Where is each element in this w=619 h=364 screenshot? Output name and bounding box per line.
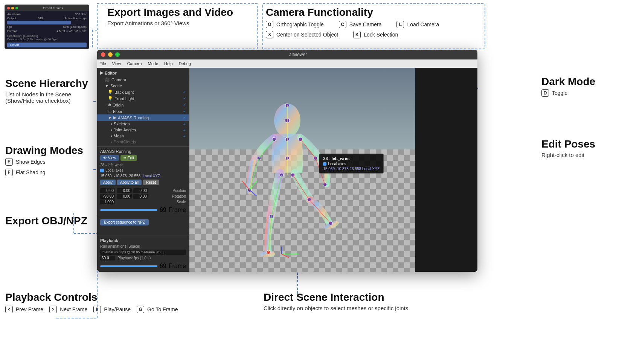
origin-label: Origin xyxy=(113,103,123,107)
position-row: 0.00 0.00 0.00 Position xyxy=(100,188,186,193)
playback-next: > Next Frame xyxy=(49,306,87,313)
tab-view[interactable]: 👁 View xyxy=(100,155,119,161)
playback-fps-value[interactable]: 60.0 xyxy=(100,256,115,260)
tree-amass[interactable]: ▼ ▶ AMASS Running ✓ xyxy=(97,114,189,121)
dark-mode-title: Dark Mode xyxy=(541,76,613,88)
tree-origin[interactable]: ⊕ Origin ✓ xyxy=(97,102,189,108)
menu-file[interactable]: File xyxy=(99,61,106,66)
coords-row: 15.059 -10.878 26.558 Local XYZ xyxy=(100,174,186,178)
app-window: altviewer File View Camera Mode Help Deb… xyxy=(97,50,477,272)
editor-header: ▶ Editor xyxy=(97,69,189,76)
scene-item[interactable]: ▼ Scene xyxy=(97,83,189,89)
pos-x: 0.00 xyxy=(100,188,115,193)
fps-bar: Internal 46.0 fps @ 20.85 ms/frame [28..… xyxy=(100,250,186,255)
scene-tree-label: Scene xyxy=(110,84,122,88)
edit-poses-subtitle: Right-click to edit xyxy=(541,152,613,158)
editor-label: Editor xyxy=(105,71,117,75)
menu-mode[interactable]: Mode xyxy=(148,61,159,66)
key-e: E xyxy=(5,158,13,166)
tab-edit[interactable]: ✏ Edit xyxy=(120,155,137,161)
playback-prev: < Prev Frame xyxy=(5,306,43,313)
camera-ortho-label: Orthographic Toggle xyxy=(276,21,324,27)
floor-label: Floor xyxy=(113,109,122,114)
close-button[interactable] xyxy=(101,52,105,57)
menu-help[interactable]: Help xyxy=(164,61,173,66)
drawing-flat-label: Flat Shading xyxy=(16,169,46,175)
camera-item-lock: K Lock Selection xyxy=(353,31,398,38)
tab-view-label: View xyxy=(108,156,116,160)
playback-play-label: Play/Pause xyxy=(104,306,131,312)
app-content: ▶ Editor 🎥 Camera ▼ Scene 💡 xyxy=(97,68,477,272)
scene-hierarchy-detail: (Show/Hide via checkbox) xyxy=(5,97,88,104)
key-x: X xyxy=(266,31,273,38)
key-play: ⏸ xyxy=(93,306,101,313)
playback-frame-slider[interactable] xyxy=(100,265,157,267)
tree-floor[interactable]: ▭ Floor ✓ xyxy=(97,108,189,114)
playback-section: Playback Controls < Prev Frame > Next Fr… xyxy=(5,292,178,315)
action-buttons: Apply Apply to all Reset xyxy=(100,180,186,185)
camera-item[interactable]: 🎥 Camera xyxy=(97,76,189,83)
camera-lock-label: Lock Selection xyxy=(364,32,398,38)
node-tabs: 👁 View ✏ Edit xyxy=(100,155,186,161)
camera-functionality-section: Camera Functionality O Orthographic Togg… xyxy=(266,7,439,40)
node-title: AMASS Running xyxy=(100,149,186,154)
amass-label: AMASS Running xyxy=(118,116,149,120)
camera-item-save: C Save Camera xyxy=(339,21,382,28)
coord-x: 15.059 xyxy=(100,174,112,178)
apply-button[interactable]: Apply xyxy=(100,180,116,185)
tooltip-checkbox xyxy=(323,162,326,166)
apply-all-button[interactable]: Apply to all xyxy=(117,180,142,185)
direct-scene-subtitle: Click directly on objects to select mesh… xyxy=(264,305,408,311)
camera-load-label: Load Camera xyxy=(407,21,439,27)
tree-skeleton[interactable]: • Skeleton ✓ xyxy=(97,121,189,127)
left-panel: ▶ Editor 🎥 Camera ▼ Scene 💡 xyxy=(97,68,189,272)
tooltip-title: 28 - left_wrist xyxy=(323,156,380,161)
tree-frontlight[interactable]: 💡 Front Light ✓ xyxy=(97,95,189,102)
playback-frame-label: Frame xyxy=(169,263,186,270)
export-images-title: Export Images and Video xyxy=(107,7,233,18)
key-f: F xyxy=(5,169,13,176)
playback-panel: Playback Run animations [Space] Internal… xyxy=(97,236,189,272)
key-next: > xyxy=(49,306,57,313)
playback-goto: G Go To Frame xyxy=(137,306,178,313)
export-thumbnail: Export Frames Animation360 shot Output31… xyxy=(5,5,89,49)
key-d: D xyxy=(541,89,549,97)
viewport[interactable]: 28 - left_wrist Local axes 15.059 -10.87… xyxy=(189,68,415,272)
playback-next-label: Next Frame xyxy=(60,306,87,312)
direct-scene-title: Direct Scene Interaction xyxy=(264,292,408,303)
tree-backlight[interactable]: 💡 Back Light ✓ xyxy=(97,89,189,95)
rotation-label: Rotation xyxy=(172,194,186,198)
tree-joint-angles[interactable]: • Joint Angles ✓ xyxy=(97,127,189,133)
window-title: altviewer xyxy=(122,52,474,57)
menu-debug[interactable]: Debug xyxy=(179,61,191,66)
mesh-label: Mesh xyxy=(114,134,124,138)
thumb-export-btn[interactable]: Export xyxy=(7,43,87,47)
dark-mode-toggle-label: Toggle xyxy=(552,90,567,96)
edit-poses-title: Edit Poses xyxy=(541,139,613,150)
export-obj-section: Export OBJ/NPZ xyxy=(5,215,87,228)
drawing-modes-section: Drawing Modes E Show Edges F Flat Shadin… xyxy=(5,145,83,178)
camera-tree-label: Camera xyxy=(111,78,126,82)
backlight-label: Back Light xyxy=(114,90,134,94)
minimize-button[interactable] xyxy=(108,52,113,57)
menu-bar: File View Camera Mode Help Debug xyxy=(97,59,477,68)
menu-view[interactable]: View xyxy=(112,61,121,66)
frame-slider[interactable] xyxy=(100,209,157,211)
export-images-subtitle: Export Animations or 360° Views xyxy=(107,20,233,26)
coords-label: Local XYZ xyxy=(143,174,160,178)
frame-label: Frame xyxy=(169,207,186,213)
tree-mesh[interactable]: • Mesh ✓ xyxy=(97,133,189,139)
menu-camera[interactable]: Camera xyxy=(127,61,142,66)
drawing-edges-label: Show Edges xyxy=(16,159,46,165)
coord-z: 26.558 xyxy=(129,174,141,178)
reset-button[interactable]: Reset xyxy=(143,180,159,185)
export-npz-button[interactable]: Export sequence to NPZ xyxy=(100,219,149,225)
editor-section: ▶ Editor 🎥 Camera ▼ Scene 💡 xyxy=(97,68,189,146)
rot-x: -90.00 xyxy=(100,194,115,199)
right-panel xyxy=(415,68,477,272)
playback-run-label: Run animations [Space] xyxy=(100,244,186,248)
local-axes-checkbox[interactable] xyxy=(100,169,104,172)
title-bar: altviewer xyxy=(97,50,477,59)
tree-pointclouds[interactable]: • PointClouds xyxy=(97,139,189,145)
maximize-button[interactable] xyxy=(115,52,120,57)
